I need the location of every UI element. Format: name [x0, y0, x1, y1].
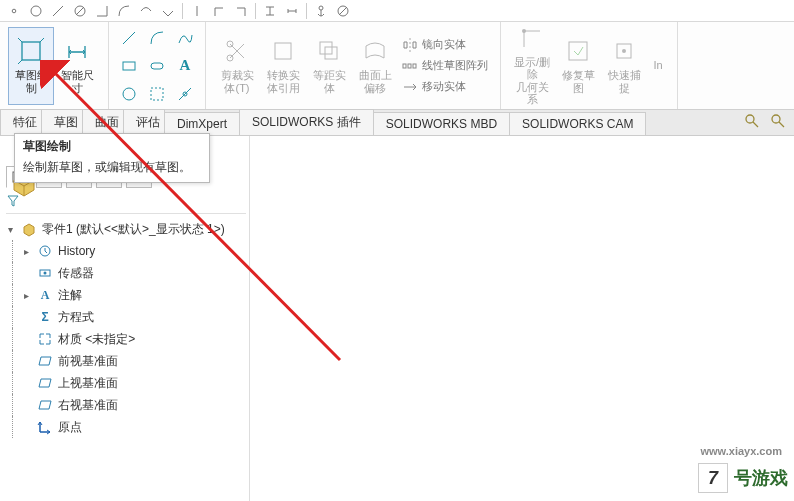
divider-icon: [306, 3, 307, 19]
annotation-icon: A: [36, 286, 54, 304]
spline-tool-icon[interactable]: [173, 26, 197, 50]
collapse-icon[interactable]: ▾: [4, 224, 16, 235]
sketch-button[interactable]: 草图绘制: [8, 27, 54, 105]
tab-sw-mbd[interactable]: SOLIDWORKS MBD: [373, 112, 510, 135]
linear-pattern-button[interactable]: 线性草图阵列: [402, 58, 488, 73]
svg-point-22: [622, 49, 626, 53]
smart-dimension-button[interactable]: 智能尺寸: [54, 27, 100, 105]
tool-line-icon[interactable]: [50, 3, 66, 19]
repair-icon: [564, 37, 592, 65]
quick-snap-button[interactable]: 快速捕捉: [601, 27, 647, 105]
tool-tangent-icon[interactable]: [138, 3, 154, 19]
slot-tool-icon[interactable]: [145, 54, 169, 78]
tree-item-sensors[interactable]: 传感器: [20, 262, 245, 284]
tool-arc-icon[interactable]: [160, 3, 176, 19]
tree-item-annotations[interactable]: ▸ A 注解: [20, 284, 245, 306]
display-relations-button[interactable]: 显示/删除几何关系: [509, 27, 555, 105]
tool-slot-icon[interactable]: [72, 3, 88, 19]
ribbon-group-draw: A: [109, 22, 206, 109]
surface-offset-button[interactable]: 曲面上偏移: [352, 27, 398, 105]
svg-rect-15: [325, 47, 337, 59]
watermark: www.xiayx.com 7 号游戏: [698, 463, 788, 493]
part-icon: [20, 220, 38, 238]
tool-perp-icon[interactable]: [211, 3, 227, 19]
tool-spline-icon[interactable]: [116, 3, 132, 19]
move-entities-button[interactable]: 移动实体: [402, 79, 488, 94]
repair-sketch-button[interactable]: 修复草图: [555, 27, 601, 105]
tree-item-right-plane[interactable]: 右视基准面: [20, 394, 245, 416]
relations-icon: [518, 26, 546, 52]
offset-button[interactable]: 等距实体: [306, 27, 352, 105]
tree-item-equations[interactable]: Σ 方程式: [20, 306, 245, 328]
zoom-icon[interactable]: [770, 113, 788, 131]
rect-tool-icon[interactable]: [117, 54, 141, 78]
svg-point-24: [772, 115, 780, 123]
svg-rect-7: [151, 63, 163, 69]
svg-point-0: [12, 9, 16, 13]
tool-circle-icon[interactable]: [28, 3, 44, 19]
svg-rect-6: [123, 62, 135, 70]
tree-root[interactable]: ▾ 零件1 (默认<<默认>_显示状态 1>): [4, 218, 245, 240]
ribbon-group-modify: 剪裁实体(T) 转换实体引用 等距实体 曲面上偏移 镜向实体 线性草图阵列 移动…: [206, 22, 501, 109]
tree-item-front-plane[interactable]: 前视基准面: [20, 350, 245, 372]
tool-dimension-icon[interactable]: [262, 3, 278, 19]
expand-icon[interactable]: ▸: [20, 290, 32, 301]
tree-item-top-plane[interactable]: 上视基准面: [20, 372, 245, 394]
point-tool-icon[interactable]: [173, 82, 197, 106]
tool-vert-line-icon[interactable]: [189, 3, 205, 19]
tab-evaluate[interactable]: 评估: [123, 109, 165, 135]
tool-fillet-icon[interactable]: [94, 3, 110, 19]
trim-icon: [223, 37, 251, 65]
tab-features[interactable]: 特征: [0, 109, 42, 135]
svg-rect-16: [403, 64, 406, 68]
watermark-url: www.xiayx.com: [700, 445, 782, 457]
svg-rect-9: [151, 88, 163, 100]
svg-point-1: [31, 6, 41, 16]
ribbon: 草图绘制 智能尺寸 A 剪裁实体(T) 转换实体引用: [0, 22, 794, 110]
display-relations-label: 显示/删除几何关系: [512, 56, 552, 104]
tree-item-origin[interactable]: 原点: [20, 416, 245, 438]
tab-dimxpert[interactable]: DimXpert: [164, 112, 240, 135]
smart-dim-icon: [63, 37, 91, 65]
origin-icon: [36, 418, 54, 436]
convert-icon: [269, 37, 297, 65]
tree-item-material[interactable]: 材质 <未指定>: [20, 328, 245, 350]
tool-null-icon[interactable]: [335, 3, 351, 19]
tab-sketch[interactable]: 草图: [41, 109, 83, 135]
line-tool-icon[interactable]: [117, 26, 141, 50]
ribbon-group-sketch: 草图绘制 智能尺寸: [0, 22, 109, 109]
tool-anchor-icon[interactable]: [313, 3, 329, 19]
polygon-tool-icon[interactable]: [145, 82, 169, 106]
view-tools: [744, 113, 788, 131]
svg-rect-13: [275, 43, 291, 59]
search-icon[interactable]: [744, 113, 762, 131]
tab-sw-addins[interactable]: SOLIDWORKS 插件: [239, 109, 374, 135]
mirror-entities-button[interactable]: 镜向实体: [402, 37, 488, 52]
instant-button[interactable]: In: [647, 27, 669, 105]
svg-rect-14: [320, 42, 332, 54]
tab-surface[interactable]: 曲面: [82, 109, 124, 135]
instant-label: In: [653, 59, 662, 71]
tool-point-icon[interactable]: [6, 3, 22, 19]
tool-corner-icon[interactable]: [233, 3, 249, 19]
circle-tool-icon[interactable]: [117, 82, 141, 106]
plane-icon: [36, 352, 54, 370]
svg-point-3: [319, 6, 323, 10]
arc-tool-icon[interactable]: [145, 26, 169, 50]
divider-icon: [255, 3, 256, 19]
trim-button[interactable]: 剪裁实体(T): [214, 27, 260, 105]
tree-item-history[interactable]: ▸ History: [20, 240, 245, 262]
svg-rect-17: [408, 64, 411, 68]
surface-offset-label: 曲面上偏移: [359, 69, 392, 93]
history-icon: [36, 242, 54, 260]
text-tool-icon[interactable]: A: [173, 54, 197, 78]
snap-label: 快速捕捉: [608, 69, 641, 93]
svg-rect-20: [569, 42, 587, 60]
expand-icon[interactable]: ▸: [20, 246, 32, 257]
tab-sw-cam[interactable]: SOLIDWORKS CAM: [509, 112, 646, 135]
tool-measure-icon[interactable]: [284, 3, 300, 19]
sketch-label: 草图绘制: [15, 69, 48, 93]
trim-label: 剪裁实体(T): [221, 69, 254, 93]
convert-button[interactable]: 转换实体引用: [260, 27, 306, 105]
sketch-tool-strip: [0, 0, 794, 22]
